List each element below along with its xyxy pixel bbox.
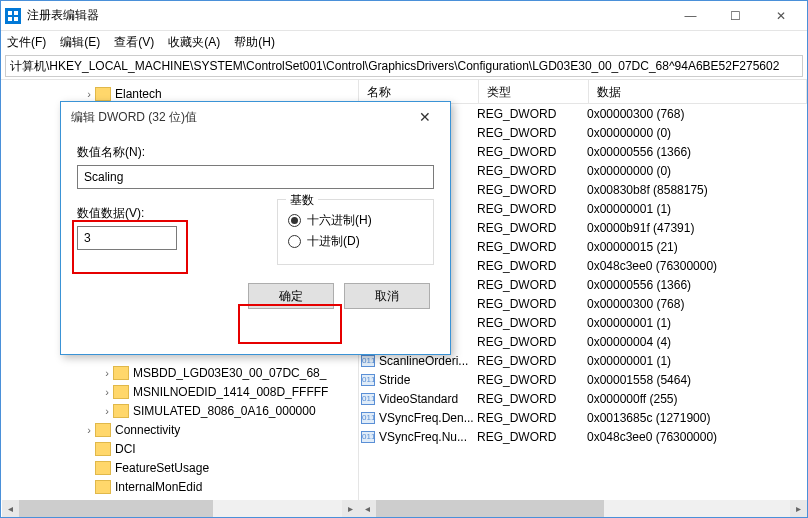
value-type: REG_DWORD [477, 259, 587, 273]
value-name: VideoStandard [377, 392, 477, 406]
folder-icon [113, 366, 129, 380]
scroll-left-icon[interactable]: ◂ [359, 500, 376, 517]
tree-item[interactable]: ›MSBDD_LGD03E30_00_07DC_68_ [1, 363, 358, 382]
dword-icon: 011 [361, 431, 375, 443]
col-type[interactable]: 类型 [479, 80, 589, 103]
col-name[interactable]: 名称 [359, 80, 479, 103]
value-data: 0x00000001 (1) [587, 202, 807, 216]
chevron-icon: › [83, 424, 95, 436]
value-type: REG_DWORD [477, 164, 587, 178]
tree-item[interactable]: InternalMonEdid [1, 477, 358, 496]
value-type: REG_DWORD [477, 373, 587, 387]
value-data: 0x00000015 (21) [587, 240, 807, 254]
radio-hex[interactable]: 十六进制(H) [288, 212, 423, 229]
base-group: 基数 十六进制(H) 十进制(D) [277, 199, 434, 265]
value-data: 0x00000000 (0) [587, 126, 807, 140]
value-row[interactable]: 011VSyncFreq.Den...REG_DWORD0x0013685c (… [359, 408, 807, 427]
value-data: 0x048c3ee0 (76300000) [587, 259, 807, 273]
tree-item[interactable]: ›MSNILNOEDID_1414_008D_FFFFF [1, 382, 358, 401]
menu-edit[interactable]: 编辑(E) [60, 34, 100, 51]
cancel-button[interactable]: 取消 [344, 283, 430, 309]
value-type: REG_DWORD [477, 221, 587, 235]
dword-icon: 011 [361, 393, 375, 405]
tree-label: FeatureSetUsage [115, 461, 209, 475]
list-hscroll[interactable]: ◂ ▸ [359, 500, 807, 517]
value-type: REG_DWORD [477, 335, 587, 349]
value-data-input[interactable] [77, 226, 177, 250]
menu-help[interactable]: 帮助(H) [234, 34, 275, 51]
ok-button[interactable]: 确定 [248, 283, 334, 309]
tree-item[interactable]: ›SIMULATED_8086_0A16_000000 [1, 401, 358, 420]
value-type: REG_DWORD [477, 278, 587, 292]
chevron-icon: › [101, 367, 113, 379]
value-name-label: 数值名称(N): [77, 144, 434, 161]
value-data: 0x000000ff (255) [587, 392, 807, 406]
app-icon [5, 8, 21, 24]
value-row[interactable]: 011VSyncFreq.Nu...REG_DWORD0x048c3ee0 (7… [359, 427, 807, 446]
menu-file[interactable]: 文件(F) [7, 34, 46, 51]
dialog-title: 编辑 DWORD (32 位)值 [71, 109, 410, 126]
address-bar[interactable]: 计算机\HKEY_LOCAL_MACHINE\SYSTEM\ControlSet… [5, 55, 803, 77]
value-type: REG_DWORD [477, 411, 587, 425]
menubar: 文件(F) 编辑(E) 查看(V) 收藏夹(A) 帮助(H) [1, 31, 807, 53]
chevron-icon: › [101, 386, 113, 398]
scroll-right-icon[interactable]: ▸ [342, 500, 359, 517]
radio-off-icon [288, 235, 301, 248]
radio-hex-label: 十六进制(H) [307, 212, 372, 229]
folder-icon [113, 385, 129, 399]
value-type: REG_DWORD [477, 107, 587, 121]
value-name-input[interactable] [77, 165, 434, 189]
value-type: REG_DWORD [477, 126, 587, 140]
value-name: Stride [377, 373, 477, 387]
value-data: 0x00000001 (1) [587, 316, 807, 330]
tree-item[interactable]: DCI [1, 439, 358, 458]
value-data: 0x00000001 (1) [587, 354, 807, 368]
window-title: 注册表编辑器 [27, 7, 668, 24]
tree-label: InternalMonEdid [115, 480, 202, 494]
value-name: VSyncFreq.Den... [377, 411, 477, 425]
value-data: 0x00000004 (4) [587, 335, 807, 349]
scroll-thumb[interactable] [376, 500, 604, 517]
value-data: 0x0013685c (1271900) [587, 411, 807, 425]
tree-label: MSBDD_LGD03E30_00_07DC_68_ [133, 366, 326, 380]
dword-icon: 011 [361, 412, 375, 424]
tree-item[interactable]: ›Connectivity [1, 420, 358, 439]
value-data: 0x00000300 (768) [587, 107, 807, 121]
value-type: REG_DWORD [477, 297, 587, 311]
value-data: 0x00830b8f (8588175) [587, 183, 807, 197]
value-type: REG_DWORD [477, 430, 587, 444]
dword-icon: 011 [361, 374, 375, 386]
value-type: REG_DWORD [477, 202, 587, 216]
tree-item[interactable]: FeatureSetUsage [1, 458, 358, 477]
value-data: 0x00001558 (5464) [587, 373, 807, 387]
scroll-thumb[interactable] [19, 500, 213, 517]
scroll-left-icon[interactable]: ◂ [2, 500, 19, 517]
radio-dec[interactable]: 十进制(D) [288, 233, 423, 250]
radio-dec-label: 十进制(D) [307, 233, 360, 250]
maximize-button[interactable]: ☐ [713, 1, 758, 30]
folder-icon [95, 87, 111, 101]
close-button[interactable]: ✕ [758, 1, 803, 30]
folder-icon [95, 461, 111, 475]
dword-icon: 011 [361, 355, 375, 367]
minimize-button[interactable]: — [668, 1, 713, 30]
value-row[interactable]: 011VideoStandardREG_DWORD0x000000ff (255… [359, 389, 807, 408]
value-name: ScanlineOrderi... [377, 354, 477, 368]
value-type: REG_DWORD [477, 354, 587, 368]
value-row[interactable]: 011StrideREG_DWORD0x00001558 (5464) [359, 370, 807, 389]
menu-fav[interactable]: 收藏夹(A) [168, 34, 220, 51]
value-data: 0x00000000 (0) [587, 164, 807, 178]
col-data[interactable]: 数据 [589, 80, 807, 103]
tree-label: DCI [115, 442, 136, 456]
scroll-right-icon[interactable]: ▸ [790, 500, 807, 517]
value-type: REG_DWORD [477, 240, 587, 254]
value-name: VSyncFreq.Nu... [377, 430, 477, 444]
tree-hscroll[interactable]: ◂ ▸ [2, 500, 359, 517]
value-data: 0x00000556 (1366) [587, 145, 807, 159]
titlebar: 注册表编辑器 — ☐ ✕ [1, 1, 807, 31]
value-data: 0x048c3ee0 (76300000) [587, 430, 807, 444]
menu-view[interactable]: 查看(V) [114, 34, 154, 51]
dialog-close-icon[interactable]: ✕ [410, 109, 440, 125]
folder-icon [95, 423, 111, 437]
value-type: REG_DWORD [477, 183, 587, 197]
